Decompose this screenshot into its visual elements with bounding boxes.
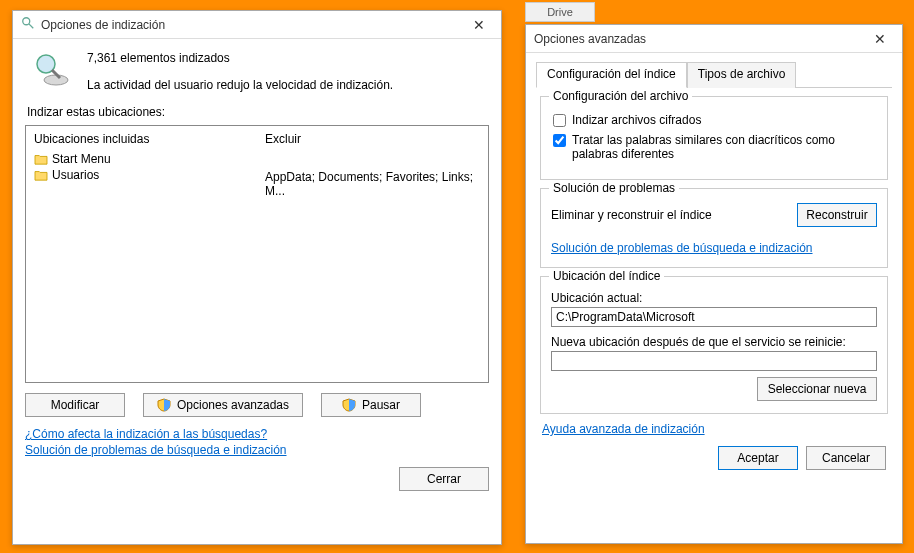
advanced-button[interactable]: Opciones avanzadas <box>143 393 303 417</box>
column-exclude: Excluir <box>265 132 480 146</box>
link-troubleshoot-search[interactable]: Solución de problemas de búsqueda e indi… <box>25 443 489 457</box>
group-legend: Solución de problemas <box>549 181 679 195</box>
status-message: La actividad del usuario redujo la veloc… <box>87 76 393 95</box>
tab-index-settings[interactable]: Configuración del índice <box>536 62 687 88</box>
rebuild-button[interactable]: Reconstruir <box>797 203 877 227</box>
checkbox-diacritics[interactable]: Tratar las palabras similares con diacrí… <box>553 133 875 161</box>
modify-button[interactable]: Modificar <box>25 393 125 417</box>
shield-icon <box>342 398 356 412</box>
current-location-field[interactable] <box>551 307 877 327</box>
group-file-config: Configuración del archivo Indizar archiv… <box>540 96 888 180</box>
link-advanced-indexing-help[interactable]: Ayuda avanzada de indización <box>542 422 705 436</box>
app-icon <box>21 16 35 33</box>
list-item[interactable]: Usuarios <box>34 168 249 182</box>
checkbox-label: Indizar archivos cifrados <box>572 113 701 127</box>
window-title: Opciones avanzadas <box>534 32 866 46</box>
checkbox-index-encrypted[interactable]: Indizar archivos cifrados <box>553 113 875 127</box>
advanced-options-window: Opciones avanzadas ✕ Configuración del í… <box>525 24 903 544</box>
folder-icon <box>34 169 48 181</box>
group-troubleshoot: Solución de problemas Eliminar y reconst… <box>540 188 888 268</box>
folder-icon <box>34 153 48 165</box>
new-location-field[interactable] <box>551 351 877 371</box>
rebuild-description: Eliminar y reconstruir el índice <box>551 208 712 222</box>
checkbox-input[interactable] <box>553 114 566 127</box>
checkbox-label: Tratar las palabras similares con diacrí… <box>572 133 875 161</box>
link-how-indexing-affects[interactable]: ¿Cómo afecta la indización a las búsqued… <box>25 427 489 441</box>
advanced-button-label: Opciones avanzadas <box>177 398 289 412</box>
shield-icon <box>157 398 171 412</box>
pause-button-label: Pausar <box>362 398 400 412</box>
group-legend: Configuración del archivo <box>549 89 692 103</box>
checkbox-input[interactable] <box>553 134 566 147</box>
accept-button[interactable]: Aceptar <box>718 446 798 470</box>
drive-tab[interactable]: Drive <box>525 2 595 22</box>
indexed-count: 7,361 elementos indizados <box>87 49 393 68</box>
locations-list: Ubicaciones incluidas Start Menu Usuario… <box>25 125 489 383</box>
select-new-button[interactable]: Seleccionar nueva <box>757 377 877 401</box>
close-icon[interactable]: ✕ <box>866 31 894 47</box>
svg-point-2 <box>44 75 68 85</box>
current-location-label: Ubicación actual: <box>551 291 877 305</box>
close-icon[interactable]: ✕ <box>465 17 493 33</box>
titlebar: Opciones avanzadas ✕ <box>526 25 902 53</box>
svg-line-1 <box>29 24 33 28</box>
magnifier-icon <box>25 49 73 89</box>
new-location-label: Nueva ubicación después de que el servic… <box>551 335 877 349</box>
svg-point-0 <box>23 18 30 25</box>
list-item-label: Usuarios <box>52 168 99 182</box>
titlebar: Opciones de indización ✕ <box>13 11 501 39</box>
close-button[interactable]: Cerrar <box>399 467 489 491</box>
column-included: Ubicaciones incluidas <box>34 132 249 146</box>
link-troubleshoot-search[interactable]: Solución de problemas de búsqueda e indi… <box>551 241 813 255</box>
cancel-button[interactable]: Cancelar <box>806 446 886 470</box>
group-legend: Ubicación del índice <box>549 269 664 283</box>
window-title: Opciones de indización <box>41 18 465 32</box>
tab-strip: Configuración del índice Tipos de archiv… <box>536 61 892 88</box>
group-index-location: Ubicación del índice Ubicación actual: N… <box>540 276 888 414</box>
list-item[interactable]: Start Menu <box>34 152 249 166</box>
exclude-value: AppData; Documents; Favorites; Links; M.… <box>265 170 480 198</box>
list-item-label: Start Menu <box>52 152 111 166</box>
index-locations-label: Indizar estas ubicaciones: <box>27 105 487 119</box>
pause-button[interactable]: Pausar <box>321 393 421 417</box>
tab-file-types[interactable]: Tipos de archivo <box>687 62 797 88</box>
indexing-options-window: Opciones de indización ✕ 7,361 elementos… <box>12 10 502 545</box>
